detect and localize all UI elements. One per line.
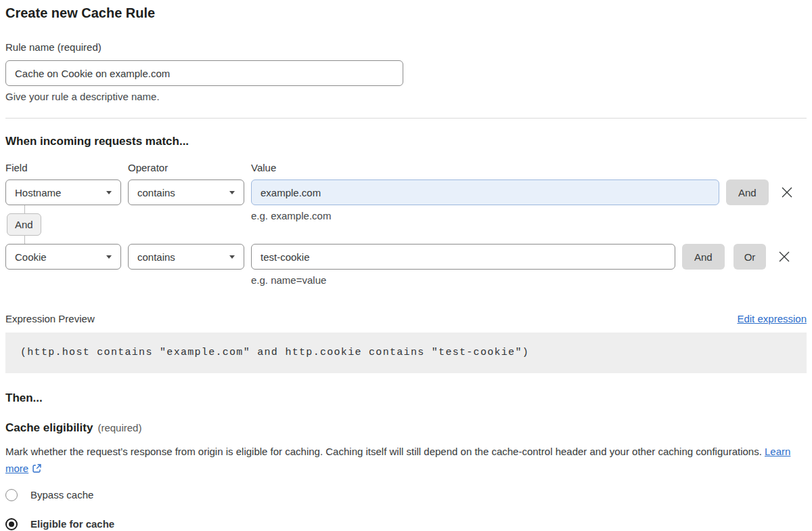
radio-option-label: Eligible for cache — [30, 517, 114, 531]
value-column-label: Value — [251, 161, 276, 175]
edit-expression-link[interactable]: Edit expression — [737, 312, 807, 326]
add-and-condition-button-row2[interactable]: And — [682, 244, 725, 270]
field-select-row1-value: Hostname — [15, 187, 61, 198]
expression-preview-code: (http.host contains "example.com" and ht… — [5, 333, 807, 373]
cache-eligibility-options: Bypass cache Eligible for cache — [5, 488, 807, 531]
radio-option-label: Bypass cache — [30, 488, 93, 502]
rule-name-input[interactable] — [5, 60, 403, 86]
external-link-icon — [32, 463, 42, 473]
value-column-row2: e.g. name=value — [251, 244, 675, 287]
radio-unselected-icon[interactable] — [5, 489, 18, 501]
condition-connector-and-button[interactable]: And — [7, 213, 41, 236]
description-text: Mark whether the request’s response from… — [5, 446, 762, 457]
connector-line — [24, 205, 25, 213]
operator-select-row2[interactable]: contains — [128, 244, 244, 270]
then-section-heading: Then... — [5, 391, 807, 406]
field-column-label: Field — [5, 161, 28, 175]
add-or-condition-button-row2[interactable]: Or — [734, 244, 767, 270]
expression-preview-label: Expression Preview — [5, 312, 95, 326]
cache-eligibility-heading: Cache eligibility (required) — [5, 421, 807, 436]
close-icon — [781, 186, 793, 198]
match-row: Cookie contains e.g. name=value And Or — [5, 244, 807, 287]
field-select-row2-value: Cookie — [15, 251, 47, 263]
match-rows: Hostname contains e.g. example.com And A… — [5, 179, 807, 287]
match-row: Hostname contains e.g. example.com And — [5, 179, 807, 223]
section-divider — [5, 118, 807, 119]
field-select-row1[interactable]: Hostname — [5, 179, 121, 205]
caret-down-icon — [106, 255, 112, 259]
value-helper-row1: e.g. example.com — [251, 209, 719, 223]
remove-condition-button-row1[interactable] — [780, 179, 794, 205]
rule-name-label: Rule name (required) — [5, 41, 807, 54]
cache-eligibility-description: Mark whether the request’s response from… — [5, 443, 807, 477]
match-column-labels: Field Operator Value — [5, 161, 807, 175]
value-input-row2[interactable] — [251, 244, 675, 270]
operator-select-row2-value: contains — [137, 251, 175, 263]
match-section-heading: When incoming requests match... — [5, 134, 807, 149]
operator-select-row1[interactable]: contains — [128, 179, 244, 205]
remove-condition-button-row2[interactable] — [777, 244, 792, 270]
value-helper-row2: e.g. name=value — [251, 274, 675, 287]
radio-selected-icon[interactable] — [5, 518, 18, 530]
page-title: Create new Cache Rule — [5, 3, 807, 22]
expression-preview-header: Expression Preview Edit expression — [5, 312, 807, 326]
caret-down-icon — [229, 191, 235, 194]
add-and-condition-button-row1[interactable]: And — [726, 179, 769, 205]
caret-down-icon — [229, 255, 235, 259]
radio-option-bypass-cache[interactable]: Bypass cache — [5, 488, 807, 502]
connector-line — [24, 236, 25, 244]
field-select-row2[interactable]: Cookie — [5, 244, 121, 270]
value-input-row1[interactable] — [251, 179, 719, 205]
rule-name-helper: Give your rule a descriptive name. — [5, 90, 807, 104]
operator-select-row1-value: contains — [137, 187, 175, 198]
close-icon — [778, 251, 790, 263]
required-tag: (required) — [97, 422, 141, 433]
radio-dot — [9, 522, 14, 527]
caret-down-icon — [106, 191, 112, 194]
operator-column-label: Operator — [128, 161, 168, 175]
cache-eligibility-title: Cache eligibility — [5, 421, 93, 436]
radio-option-eligible-for-cache[interactable]: Eligible for cache — [5, 517, 807, 531]
create-cache-rule-form: Create new Cache Rule Rule name (require… — [5, 3, 807, 531]
value-column-row1: e.g. example.com — [251, 179, 719, 223]
